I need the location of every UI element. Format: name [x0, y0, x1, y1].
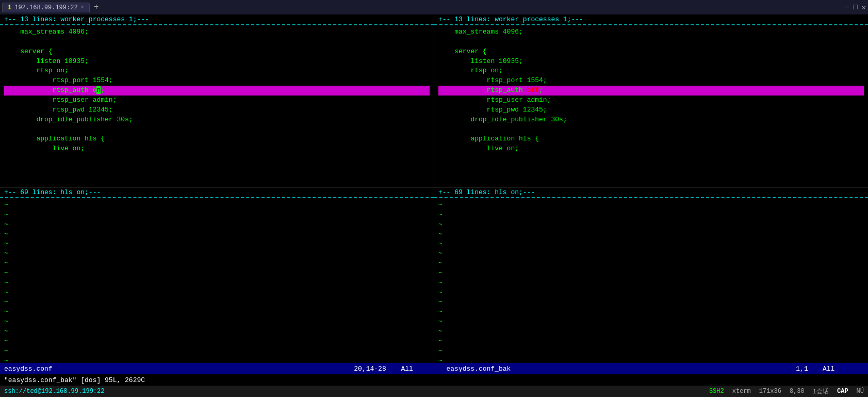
code-line: listen 10935;: [438, 57, 864, 67]
tilde-line: ~: [438, 297, 864, 307]
code-line: max_streams 4096;: [4, 27, 430, 37]
terminal-type: xterm: [732, 388, 751, 395]
caps-lock-indicator: CAP: [837, 388, 848, 395]
command-text: "easydss.conf_bak" [dos] 95L, 2629C: [4, 376, 145, 384]
code-line: rtsp_pwd 12345;: [438, 105, 864, 115]
right-filename: easydss.conf_bak: [443, 365, 782, 373]
tilde-line: ~: [4, 307, 430, 317]
left-cursor-position: 20,14-28: [339, 365, 401, 373]
code-line: [4, 124, 430, 134]
tilde-line: ~: [438, 268, 864, 278]
left-top-header: +-- 13 lines: worker_processes 1;---: [0, 14, 434, 25]
tilde-line: ~: [4, 268, 430, 278]
terminal-tab[interactable]: 1 192.168.99.199:22 ×: [2, 3, 90, 12]
code-line: drop_idle_publisher 30s;: [438, 115, 864, 125]
highlighted-code-line: rtsp_auth on;: [4, 86, 430, 96]
ssh-version: SSH2: [709, 388, 724, 395]
left-top-content: max_streams 4096; server { listen 10935;…: [0, 25, 434, 187]
tab-title: 192.168.99.199:22: [14, 4, 77, 11]
tilde-line: ~: [438, 317, 864, 327]
tilde-line: ~: [4, 327, 430, 337]
tilde-line: ~: [4, 239, 430, 249]
code-line: [4, 37, 430, 47]
code-line: application hls {: [438, 134, 864, 144]
maximize-button[interactable]: □: [853, 3, 857, 12]
highlighted-code-line: rtsp_auth off;: [438, 86, 864, 96]
cursor-position: 8,30: [790, 388, 805, 395]
session-count: 1会话: [813, 387, 829, 396]
left-scroll-position: All: [401, 365, 443, 373]
editor-area: +-- 13 lines: worker_processes 1;--- max…: [0, 14, 868, 397]
code-line: [438, 37, 864, 47]
code-line: rtsp on;: [4, 66, 430, 76]
tilde-line: ~: [4, 278, 430, 288]
right-top-header: +-- 13 lines: worker_processes 1;---: [434, 14, 868, 25]
tilde-line: ~: [4, 249, 430, 259]
tilde-line: ~: [438, 220, 864, 230]
code-line: rtsp_user admin;: [4, 96, 430, 105]
tilde-line: ~: [4, 356, 430, 363]
tab-number: 1: [8, 4, 11, 11]
right-scroll-position: All: [823, 365, 864, 373]
tilde-line: ~: [438, 307, 864, 317]
tilde-line: ~: [4, 200, 430, 210]
code-line: server {: [438, 47, 864, 57]
tilde-line: ~: [4, 317, 430, 327]
code-line: rtsp_user admin;: [438, 96, 864, 105]
ssh-connection: ssh://ted@192.168.99.199:22: [4, 388, 104, 395]
title-bar: 1 192.168.99.199:22 × + ─ □ ✕: [0, 0, 868, 14]
terminal-size: 171x36: [759, 388, 781, 395]
vim-status-bar: easydss.conf 20,14-28 All easydss.conf_b…: [0, 363, 868, 374]
tilde-line: ~: [438, 210, 864, 220]
num-lock-indicator: NÚ: [857, 388, 864, 395]
left-filename: easydss.conf: [4, 365, 339, 373]
tilde-line: ~: [4, 230, 430, 240]
left-bottom-content: ~ ~ ~ ~ ~ ~ ~ ~ ~ ~ ~ ~ ~ ~ ~ ~ ~: [0, 198, 434, 363]
tilde-line: ~: [4, 210, 430, 220]
tilde-line: ~: [438, 200, 864, 210]
left-bottom-pane[interactable]: +-- 69 lines: hls on;--- ~ ~ ~ ~ ~ ~ ~ ~…: [0, 187, 434, 363]
code-line: application hls {: [4, 134, 430, 144]
window-controls: ─ □ ✕: [845, 3, 866, 12]
tilde-line: ~: [438, 239, 864, 249]
right-bottom-content: ~ ~ ~ ~ ~ ~ ~ ~ ~ ~ ~ ~ ~ ~ ~ ~ ~: [434, 198, 868, 363]
tilde-line: ~: [438, 346, 864, 356]
tilde-line: ~: [4, 288, 430, 298]
code-line: listen 10935;: [4, 57, 430, 67]
right-top-content: max_streams 4096; server { listen 10935;…: [434, 25, 868, 187]
tilde-line: ~: [4, 297, 430, 307]
left-top-pane[interactable]: +-- 13 lines: worker_processes 1;--- max…: [0, 14, 434, 187]
code-line: live on;: [4, 144, 430, 154]
close-window-button[interactable]: ✕: [862, 3, 866, 12]
tilde-line: ~: [438, 278, 864, 288]
code-line: rtsp on;: [438, 66, 864, 76]
right-bottom-header: +-- 69 lines: hls on;---: [434, 187, 868, 198]
code-line: [438, 124, 864, 134]
right-bottom-pane[interactable]: +-- 69 lines: hls on;--- ~ ~ ~ ~ ~ ~ ~ ~…: [434, 187, 868, 363]
tilde-line: ~: [438, 230, 864, 240]
code-line: rtsp_port 1554;: [438, 76, 864, 86]
vim-command-bar: "easydss.conf_bak" [dos] 95L, 2629C: [0, 374, 868, 386]
tilde-line: ~: [438, 337, 864, 346]
tilde-line: ~: [438, 259, 864, 268]
tilde-line: ~: [4, 346, 430, 356]
tilde-line: ~: [4, 337, 430, 346]
right-top-pane[interactable]: +-- 13 lines: worker_processes 1;--- max…: [434, 14, 868, 187]
new-tab-button[interactable]: +: [92, 3, 101, 12]
top-split-area: +-- 13 lines: worker_processes 1;--- max…: [0, 14, 868, 187]
tilde-line: ~: [438, 249, 864, 259]
minimize-button[interactable]: ─: [845, 3, 849, 12]
code-line: rtsp_pwd 12345;: [4, 105, 430, 115]
bottom-split-area: +-- 69 lines: hls on;--- ~ ~ ~ ~ ~ ~ ~ ~…: [0, 187, 868, 363]
code-line: server {: [4, 47, 430, 57]
tilde-line: ~: [438, 288, 864, 298]
code-line: drop_idle_publisher 30s;: [4, 115, 430, 125]
left-bottom-header: +-- 69 lines: hls on;---: [0, 187, 434, 198]
tilde-line: ~: [4, 259, 430, 268]
code-line: rtsp_port 1554;: [4, 76, 430, 86]
system-bar: ssh://ted@192.168.99.199:22 SSH2 xterm 1…: [0, 386, 868, 397]
code-line: max_streams 4096;: [438, 27, 864, 37]
tilde-line: ~: [438, 327, 864, 337]
tab-close-button[interactable]: ×: [81, 5, 84, 10]
code-line: live on;: [438, 144, 864, 154]
